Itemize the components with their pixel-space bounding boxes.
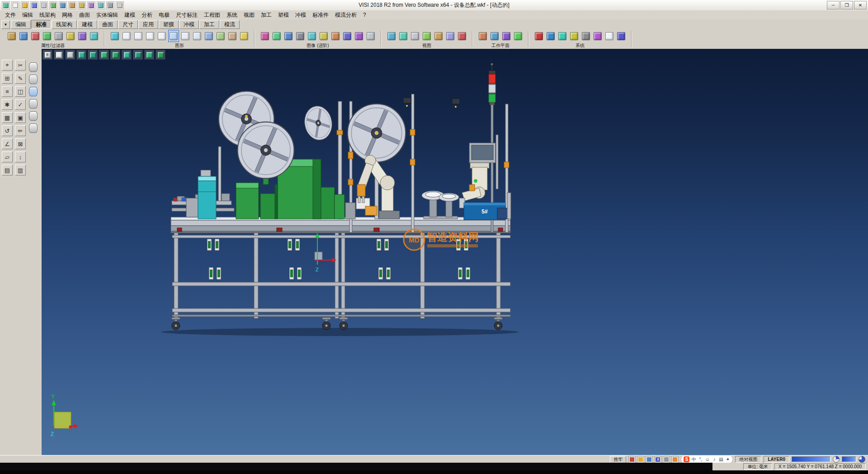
sound-status-icon[interactable] (663, 456, 670, 463)
mirror-icon[interactable]: ◫ (15, 86, 26, 97)
undo-icon[interactable] (68, 1, 76, 9)
effects-icon[interactable] (354, 30, 364, 42)
transparency-icon[interactable] (180, 30, 191, 42)
sogou-voice-icon[interactable]: ♪ (712, 456, 717, 462)
curve-mask-icon[interactable] (29, 75, 38, 84)
menu-item[interactable]: 加工 (258, 11, 275, 19)
paint-status-icon[interactable] (637, 456, 644, 463)
scene-canvas[interactable]: 5# Z MD (42, 49, 868, 455)
environment-icon[interactable] (283, 30, 294, 42)
linetype-filter-icon[interactable] (53, 30, 64, 42)
reflections-icon[interactable] (307, 30, 317, 42)
background-icon[interactable] (342, 30, 353, 42)
layer-filter-icon[interactable] (42, 30, 52, 42)
workplane-create-icon[interactable] (477, 30, 488, 42)
menu-item[interactable]: 冲模 (292, 11, 309, 19)
snap-config-icon[interactable] (580, 30, 591, 42)
view-bottom-icon[interactable] (144, 50, 154, 60)
menu-item[interactable]: 建模 (121, 11, 138, 19)
redo-icon[interactable] (78, 1, 86, 9)
sogou-logo-icon[interactable]: S (684, 456, 689, 462)
view-manager-icon[interactable] (97, 1, 105, 9)
view-right-icon[interactable] (110, 50, 120, 60)
list-view-icon[interactable]: ≡ (2, 86, 13, 97)
sogou-lang-icon[interactable]: 中 (691, 456, 696, 462)
sogou-toolbox-icon[interactable]: ✦ (725, 456, 730, 462)
menu-item[interactable]: 标准件 (309, 11, 332, 19)
scene-icon[interactable] (2, 1, 10, 9)
previous-view-icon[interactable] (433, 30, 444, 42)
solid-mask-icon[interactable] (29, 99, 38, 109)
tab-overflow-button[interactable]: ▼ (1, 20, 10, 29)
sketch-icon[interactable]: ✎ (15, 73, 26, 84)
redraw-icon[interactable] (109, 30, 120, 42)
menu-item[interactable]: 编辑 (19, 11, 36, 19)
angle-dim-icon[interactable]: ∠ (2, 138, 13, 149)
mask-filter-icon[interactable] (77, 30, 88, 42)
view-dimetric-icon[interactable] (156, 50, 165, 60)
layers-icon[interactable]: ▦ (2, 112, 13, 123)
info-icon[interactable] (616, 30, 627, 42)
tab[interactable]: 模流 (220, 20, 240, 29)
snapshot-icon[interactable] (318, 30, 329, 42)
workplane-reset-icon[interactable] (513, 30, 524, 42)
view-wire-icon[interactable] (65, 50, 75, 60)
solids-icon[interactable]: ▣ (15, 112, 26, 123)
grid-config-icon[interactable] (569, 30, 580, 42)
tab[interactable]: 塑膜 (159, 20, 179, 29)
hatch-icon[interactable]: ▤ (2, 165, 13, 175)
menu-item[interactable]: 模流分析 (332, 11, 360, 19)
save-icon[interactable] (30, 1, 38, 9)
annotate-icon[interactable]: ✏ (15, 125, 26, 136)
rotate-view-icon[interactable] (421, 30, 432, 42)
wireframe-view-icon[interactable] (121, 30, 132, 42)
advanced-shading-icon[interactable] (259, 30, 270, 42)
menu-item[interactable]: 尺寸标注 (173, 11, 201, 19)
shaded-edge-view-icon[interactable] (156, 30, 167, 42)
trim-icon[interactable]: ✂ (15, 60, 26, 71)
color-filter-icon[interactable] (30, 30, 41, 42)
tab[interactable]: 标准 (31, 20, 51, 29)
attributes-icon[interactable] (6, 30, 17, 42)
menu-item[interactable]: 曲面 (76, 11, 93, 19)
display-config-icon[interactable] (545, 30, 556, 42)
lighting-icon[interactable] (239, 30, 250, 42)
world-icon[interactable] (557, 30, 568, 42)
materials-icon[interactable] (271, 30, 282, 42)
tab[interactable]: 编辑 (11, 20, 31, 29)
web-status-icon[interactable] (646, 456, 653, 463)
section-view-icon[interactable] (192, 30, 203, 42)
undo-icon[interactable]: ↺ (2, 125, 13, 136)
preferences-icon[interactable] (592, 30, 603, 42)
reset-filter-icon[interactable] (89, 30, 99, 42)
workplane-rotate-icon[interactable] (501, 30, 512, 42)
turntable-icon[interactable] (330, 30, 341, 42)
tab[interactable]: 线架构 (52, 20, 77, 29)
view-shaded-icon[interactable] (54, 50, 64, 60)
grid-snap-icon[interactable]: ⊞ (2, 73, 13, 84)
filter-icon[interactable] (18, 30, 29, 42)
print-icon[interactable] (40, 1, 48, 9)
calculator-icon[interactable] (604, 30, 615, 42)
import-icon[interactable] (49, 1, 57, 9)
viewport[interactable]: 5# Z MD (42, 49, 868, 455)
delete-icon[interactable]: ⊠ (15, 138, 26, 149)
export-icon[interactable] (59, 1, 67, 9)
named-view-icon[interactable] (445, 30, 456, 42)
shadows-icon[interactable] (295, 30, 306, 42)
menu-item[interactable]: 工程图 (201, 11, 223, 19)
capture-icon[interactable] (365, 30, 376, 42)
color-table-icon[interactable] (533, 30, 544, 42)
menu-item[interactable]: 塑模 (275, 11, 292, 19)
layer-manager-icon[interactable] (87, 1, 95, 9)
database-icon[interactable] (106, 1, 114, 9)
hidden-line-view-icon[interactable] (133, 30, 144, 42)
solid-display-icon[interactable] (215, 30, 226, 42)
sogou-emoji-icon[interactable]: ☺ (705, 456, 710, 462)
mesh-icon[interactable]: ▥ (15, 165, 26, 175)
surface-mask-icon[interactable] (29, 87, 38, 96)
help-status-icon[interactable]: 2 (654, 456, 661, 463)
close-button[interactable]: ✕ (854, 1, 867, 9)
view-list-icon[interactable]: ≡ (42, 50, 52, 60)
view-front-icon[interactable] (99, 50, 109, 60)
